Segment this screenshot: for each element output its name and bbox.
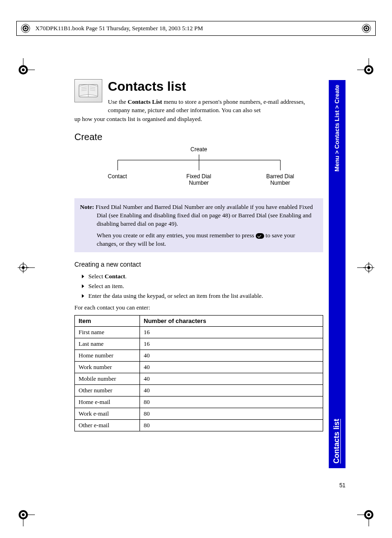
table-header-chars: Number of characters [140, 315, 323, 326]
table-cell-chars: 40 [140, 373, 323, 384]
crop-mark-icon [12, 58, 35, 81]
crop-mark-icon [12, 503, 35, 526]
doc-info-text: X70DPK11B1.book Page 51 Thursday, Septem… [35, 25, 203, 32]
intro-paragraph-inline: Use the Contacts List menu to store a pe… [108, 98, 323, 114]
creating-contact-heading: Creating a new contact [74, 261, 323, 268]
table-cell-item: Work number [75, 361, 140, 373]
create-tree-diagram: Create Contact Fixed Dial Number Barred … [90, 146, 308, 187]
table-cell-chars: 16 [140, 326, 323, 338]
svg-point-7 [365, 27, 368, 30]
contacts-book-icon [74, 79, 102, 102]
svg-point-27 [367, 266, 370, 269]
tree-branch-contact: Contact [90, 173, 146, 187]
note-paragraph-2: When you create or edit any entries, you… [97, 231, 318, 248]
table-cell-item: Home e-mail [75, 396, 140, 408]
table-cell-item: First name [75, 326, 140, 338]
svg-point-17 [367, 68, 370, 71]
table-row: Home number40 [75, 350, 323, 361]
steps-list: Select Contact. Select an item. Enter th… [82, 272, 323, 301]
table-cell-item: Last name [75, 338, 140, 350]
table-cell-chars: 80 [140, 396, 323, 408]
character-limit-table: Item Number of characters First name16La… [74, 315, 323, 431]
table-cell-chars: 40 [140, 361, 323, 373]
table-cell-chars: 40 [140, 384, 323, 396]
table-cell-item: Home number [75, 350, 140, 361]
crop-mark-icon [12, 256, 35, 279]
crop-mark-icon [357, 503, 380, 526]
page-content: Contacts list Use the Contacts List menu… [74, 79, 323, 431]
crop-mark-icon [357, 58, 380, 81]
spiral-icon [361, 23, 372, 34]
table-cell-chars: 80 [140, 419, 323, 431]
table-cell-item: Work e-mail [75, 408, 140, 419]
svg-point-37 [367, 513, 370, 516]
tree-root-label: Create [90, 146, 308, 153]
step-item: Enter the data using the keypad, or sele… [82, 291, 323, 301]
table-row: Other e-mail80 [75, 419, 323, 431]
table-row: First name16 [75, 326, 323, 338]
step-item: Select Contact. [82, 272, 323, 282]
save-key-icon [256, 233, 264, 239]
table-row: Home e-mail80 [75, 396, 323, 408]
svg-point-12 [22, 68, 25, 71]
table-intro-text: For each contact you can enter: [74, 304, 323, 311]
table-row: Other number40 [75, 384, 323, 396]
table-row: Last name16 [75, 338, 323, 350]
side-tab-breadcrumb: Menu > Contacts List > Create [333, 85, 340, 171]
create-heading: Create [74, 132, 323, 142]
doc-header-bar: X70DPK11B1.book Page 51 Thursday, Septem… [16, 21, 376, 36]
side-tab: Menu > Contacts List > Create Contacts l… [329, 80, 345, 468]
side-tab-section: Contacts list [332, 419, 341, 464]
crop-mark-icon [357, 256, 380, 279]
page-number: 51 [339, 482, 345, 489]
tree-branch-fixed-dial: Fixed Dial Number [171, 173, 227, 187]
table-header-item: Item [75, 315, 140, 326]
table-cell-chars: 16 [140, 338, 323, 350]
note-paragraph-1: Note: Fixed Dial Number and Barred Dial … [97, 203, 318, 228]
intro-paragraph-wrap: up how your contacts list is organised a… [74, 115, 323, 123]
spiral-icon [20, 23, 31, 34]
table-cell-chars: 40 [140, 350, 323, 361]
tree-branch-barred-dial: Barred Dial Number [252, 173, 308, 187]
table-cell-chars: 80 [140, 408, 323, 419]
note-box: Note: Fixed Dial Number and Barred Dial … [74, 198, 323, 252]
table-cell-item: Other number [75, 384, 140, 396]
table-row: Work number40 [75, 361, 323, 373]
page-title: Contacts list [108, 79, 323, 94]
table-row: Mobile number40 [75, 373, 323, 384]
table-cell-item: Other e-mail [75, 419, 140, 431]
table-row: Work e-mail80 [75, 408, 323, 419]
table-cell-item: Mobile number [75, 373, 140, 384]
svg-point-32 [22, 513, 25, 516]
svg-point-22 [22, 266, 25, 269]
step-item: Select an item. [82, 282, 323, 291]
svg-point-3 [25, 27, 27, 30]
